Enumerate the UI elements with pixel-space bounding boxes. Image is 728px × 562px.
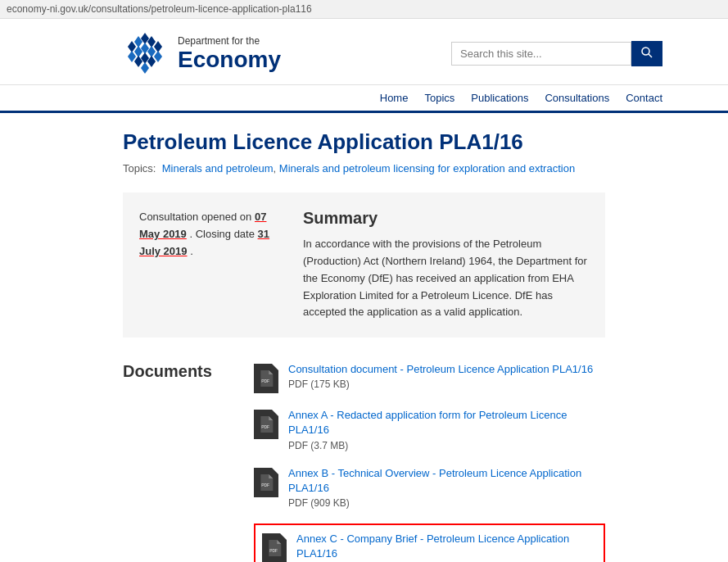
svg-marker-9 [141,52,149,64]
documents-list: PDF Consultation document - Petroleum Li… [254,362,605,562]
svg-marker-4 [141,43,149,54]
doc-meta-1: PDF (175 KB) [288,378,593,390]
doc-meta-3: PDF (909 KB) [288,497,605,509]
svg-text:PDF: PDF [269,548,278,553]
consultation-box: Consultation opened on 07 May 2019 . Clo… [123,193,605,338]
topics-prefix: Topics: [123,162,156,174]
closing-period: . [190,245,193,257]
svg-marker-7 [134,46,142,57]
topic-link-2[interactable]: Minerals and petroleum licensing for exp… [279,162,575,174]
doc-item-3: PDF Annex B - Technical Overview - Petro… [254,466,605,509]
pdf-file-icon-4: PDF [267,540,282,556]
doc-item-4: PDF Annex C - Company Brief - Petroleum … [254,523,605,562]
pdf-icon-1: PDF [254,364,278,393]
dept-for-text: Department for the [178,35,281,47]
svg-marker-11 [147,56,156,67]
summary-title: Summary [303,209,589,228]
svg-line-15 [649,54,652,57]
svg-text:PDF: PDF [261,483,269,487]
svg-marker-12 [134,56,142,67]
pdf-icon-4: PDF [262,533,287,562]
pdf-file-icon-1: PDF [259,370,274,387]
url-text: economy-ni.gov.uk/consultations/petroleu… [7,3,312,15]
logo-icon [123,31,168,76]
pdf-file-icon-3: PDF [259,474,274,491]
svg-marker-6 [147,46,156,57]
svg-marker-1 [147,36,156,48]
svg-marker-0 [141,33,149,44]
nav-item-contact[interactable]: Contact [626,92,662,104]
search-area [451,41,662,66]
nav-bar: Home Topics Publications Consultations C… [0,85,728,113]
opened-text: Consultation opened on [139,211,251,223]
closing-text: . Closing date [189,228,255,240]
svg-marker-13 [141,62,149,74]
pdf-icon-3: PDF [254,468,278,497]
header: Department for the Economy [0,19,728,85]
pdf-file-icon-2: PDF [259,416,274,433]
doc-item-1: PDF Consultation document - Petroleum Li… [254,362,605,393]
topics-line: Topics: Minerals and petroleum, Minerals… [123,161,605,176]
svg-marker-2 [134,36,142,48]
summary-text: In accordance with the provisions of the… [303,236,589,321]
logo-area: Department for the Economy [123,31,281,76]
doc-title-4[interactable]: Annex C - Company Brief - Petroleum Lice… [296,532,597,561]
main-content: Petroleum Licence Application PLA1/16 To… [0,113,728,562]
doc-info-4: Annex C - Company Brief - Petroleum Lice… [296,532,597,562]
search-button[interactable] [631,41,662,66]
doc-meta-2: PDF (3.7 MB) [288,440,605,451]
documents-section: Documents PDF Consultation document - Pe… [123,362,605,562]
search-icon [641,47,653,58]
doc-title-1[interactable]: Consultation document - Petroleum Licenc… [288,362,593,377]
doc-info-1: Consultation document - Petroleum Licenc… [288,362,593,390]
doc-item-2: PDF Annex A - Redacted application form … [254,408,605,451]
svg-marker-10 [128,51,136,62]
nav-item-consultations[interactable]: Consultations [545,92,609,104]
search-input[interactable] [451,42,631,66]
nav-item-publications[interactable]: Publications [471,92,528,104]
nav-item-topics[interactable]: Topics [424,92,454,104]
pdf-icon-2: PDF [254,410,278,439]
svg-marker-8 [154,51,162,62]
page-title: Petroleum Licence Application PLA1/16 [123,129,605,155]
svg-text:PDF: PDF [261,378,269,383]
svg-point-14 [642,48,649,55]
svg-text:PDF: PDF [261,424,269,429]
doc-info-3: Annex B - Technical Overview - Petroleum… [288,466,605,509]
summary-section: Summary In accordance with the provision… [303,209,589,321]
documents-label: Documents [123,362,221,562]
topic-link-1[interactable]: Minerals and petroleum [162,162,274,174]
svg-marker-3 [154,41,162,52]
doc-title-2[interactable]: Annex A - Redacted application form for … [288,408,605,437]
address-bar: economy-ni.gov.uk/consultations/petroleu… [0,0,728,19]
doc-info-2: Annex A - Redacted application form for … [288,408,605,451]
economy-text: Economy [178,47,281,73]
consultation-dates: Consultation opened on 07 May 2019 . Clo… [139,209,278,321]
doc-title-3[interactable]: Annex B - Technical Overview - Petroleum… [288,466,605,496]
svg-marker-5 [128,41,136,52]
logo-text: Department for the Economy [178,35,281,73]
nav-item-home[interactable]: Home [380,92,409,104]
